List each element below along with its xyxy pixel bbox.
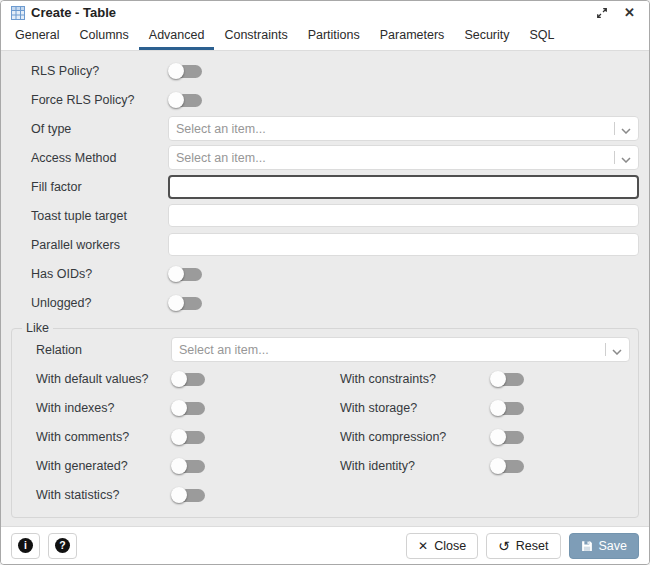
with-storage-label: With storage? [340, 401, 490, 415]
tab-constraints[interactable]: Constraints [214, 24, 297, 50]
access-method-select[interactable]: Select an item... [168, 145, 639, 170]
form-row: Access Method Select an item... [11, 143, 639, 172]
reset-button-label: Reset [516, 539, 549, 553]
of-type-select[interactable]: Select an item... [168, 116, 639, 141]
form-row: With statistics? [20, 480, 630, 509]
of-type-placeholder: Select an item... [176, 122, 610, 136]
form-row: Toast tuple target [11, 201, 639, 230]
save-icon [581, 540, 593, 552]
form-row: With indexes? With storage? [20, 393, 630, 422]
reset-button[interactable]: ↺ Reset [486, 533, 560, 559]
chevron-down-icon [621, 149, 631, 167]
with-indexes-label: With indexes? [36, 401, 171, 415]
with-storage-toggle[interactable] [490, 399, 526, 417]
form-row: With generated? With identity? [20, 451, 630, 480]
form-row: Force RLS Policy? [11, 85, 639, 114]
chevron-down-icon [621, 120, 631, 138]
form-row: With comments? With compression? [20, 422, 630, 451]
parallel-workers-label: Parallel workers [31, 238, 168, 252]
form-row: Unlogged? [11, 288, 639, 317]
with-statistics-label: With statistics? [36, 488, 171, 502]
tab-security[interactable]: Security [454, 24, 519, 50]
with-statistics-toggle[interactable] [171, 486, 207, 504]
tab-general[interactable]: General [5, 24, 69, 50]
close-button[interactable]: ✕ Close [406, 533, 478, 559]
with-default-values-toggle[interactable] [171, 370, 207, 388]
close-x-icon: ✕ [418, 540, 428, 552]
toast-tuple-target-label: Toast tuple target [31, 209, 168, 223]
sql-help-button[interactable]: i [11, 533, 40, 559]
parallel-workers-input[interactable] [168, 233, 639, 256]
reset-icon: ↺ [498, 539, 510, 553]
form-row: With default values? With constraints? [20, 364, 630, 393]
info-icon: i [18, 538, 33, 553]
tab-parameters[interactable]: Parameters [370, 24, 455, 50]
with-identity-label: With identity? [340, 459, 490, 473]
with-constraints-toggle[interactable] [490, 370, 526, 388]
dialog-titlebar: Create - Table ✕ [1, 1, 649, 24]
with-indexes-toggle[interactable] [171, 399, 207, 417]
tab-sql[interactable]: SQL [520, 24, 565, 50]
form-row: Fill factor [11, 172, 639, 201]
relation-placeholder: Select an item... [179, 343, 601, 357]
with-compression-label: With compression? [340, 430, 490, 444]
of-type-label: Of type [31, 122, 168, 136]
unlogged-label: Unlogged? [31, 296, 168, 310]
with-default-values-label: With default values? [36, 372, 171, 386]
has-oids-toggle[interactable] [168, 265, 204, 283]
form-row: RLS Policy? [11, 56, 639, 85]
rls-policy-toggle[interactable] [168, 62, 204, 80]
form-row: Relation Select an item... [20, 335, 630, 364]
with-generated-label: With generated? [36, 459, 171, 473]
save-button[interactable]: Save [569, 533, 640, 559]
has-oids-label: Has OIDs? [31, 267, 168, 281]
relation-label: Relation [36, 343, 171, 357]
tab-advanced[interactable]: Advanced [139, 24, 215, 50]
fill-factor-input[interactable] [168, 175, 639, 199]
save-button-label: Save [599, 539, 628, 553]
help-icon: ? [55, 538, 70, 553]
table-grid-icon [11, 6, 25, 20]
create-table-dialog: Create - Table ✕ General Columns Advance… [0, 0, 650, 565]
tab-columns[interactable]: Columns [69, 24, 138, 50]
with-comments-label: With comments? [36, 430, 171, 444]
access-method-label: Access Method [31, 151, 168, 165]
close-icon[interactable]: ✕ [620, 4, 639, 21]
unlogged-toggle[interactable] [168, 294, 204, 312]
form-row: Parallel workers [11, 230, 639, 259]
force-rls-policy-label: Force RLS Policy? [31, 93, 168, 107]
fill-factor-label: Fill factor [31, 180, 168, 194]
with-generated-toggle[interactable] [171, 457, 207, 475]
dialog-tabbar: General Columns Advanced Constraints Par… [1, 24, 649, 51]
dialog-title: Create - Table [31, 5, 584, 20]
like-section-legend: Like [22, 321, 53, 335]
with-compression-toggle[interactable] [490, 428, 526, 446]
dialog-help-button[interactable]: ? [48, 533, 77, 559]
dialog-footer: i ? ✕ Close ↺ Reset Save [1, 526, 649, 564]
access-method-placeholder: Select an item... [176, 151, 610, 165]
form-row: Has OIDs? [11, 259, 639, 288]
with-comments-toggle[interactable] [171, 428, 207, 446]
relation-select[interactable]: Select an item... [171, 337, 630, 362]
maximize-icon[interactable] [592, 5, 612, 21]
with-constraints-label: With constraints? [340, 372, 490, 386]
rls-policy-label: RLS Policy? [31, 64, 168, 78]
advanced-tab-panel: RLS Policy? Force RLS Policy? Of type Se… [1, 51, 649, 526]
close-button-label: Close [434, 539, 466, 553]
tab-partitions[interactable]: Partitions [298, 24, 370, 50]
chevron-down-icon [612, 341, 622, 359]
form-row: Of type Select an item... [11, 114, 639, 143]
with-identity-toggle[interactable] [490, 457, 526, 475]
like-section: Like Relation Select an item... With def… [11, 321, 639, 518]
toast-tuple-target-input[interactable] [168, 204, 639, 227]
force-rls-policy-toggle[interactable] [168, 91, 204, 109]
